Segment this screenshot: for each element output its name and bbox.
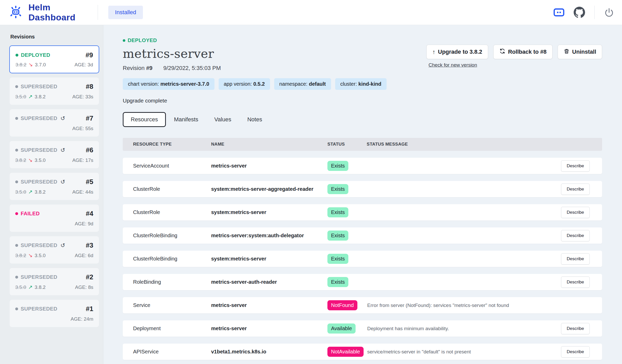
header-divider — [594, 6, 595, 19]
version-arrow-icon: ↗ — [28, 93, 33, 100]
revision-number: #4 — [86, 210, 93, 218]
revision-number: #5 — [86, 178, 93, 186]
old-version: 3.5.0 — [15, 284, 26, 290]
nav-tab-installed[interactable]: Installed — [108, 6, 143, 19]
uninstall-button[interactable]: Uninstall — [558, 45, 602, 59]
check-new-version-link[interactable]: Check for new version — [428, 62, 477, 68]
status-badge: Exists — [327, 161, 348, 171]
status-badge: Exists — [327, 277, 348, 287]
resource-type-cell: RoleBinding — [133, 279, 211, 285]
status-dot-icon — [15, 212, 18, 215]
revision-number: #7 — [86, 114, 93, 122]
tab[interactable]: Notes — [239, 112, 270, 127]
revision-card[interactable]: SUPERSEDED ↺ #3 3.8.2 ↘ 3.5.0 AGE: 6d — [9, 236, 99, 264]
revision-status: SUPERSEDED — [21, 147, 57, 153]
revision-number: #2 — [86, 273, 93, 281]
page-title: metrics-server — [123, 46, 221, 61]
release-date: 9/29/2022, 5:35:03 PM — [163, 65, 221, 72]
tab[interactable]: Resources — [123, 112, 166, 127]
revision-age: AGE: 9d — [75, 221, 93, 227]
old-version: 3.5.0 — [15, 94, 26, 100]
table-row: ClusterRoleBinding metrics-server:system… — [123, 227, 602, 244]
revision-card[interactable]: FAILED ↺ #4 AGE: 9d — [9, 204, 99, 232]
table-row: RoleBinding metrics-server-auth-reader E… — [123, 274, 602, 290]
old-version: 3.8.2 — [15, 157, 26, 163]
revision-card[interactable]: SUPERSEDED ↺ #2 3.5.0 ↗ 3.8.2 AGE: 8s — [9, 268, 99, 296]
table-row: ClusterRole system:metrics-server Exists… — [123, 204, 602, 220]
revision-age: AGE: 33s — [72, 94, 93, 100]
table-row: ClusterRoleBinding system:metrics-server… — [123, 251, 602, 267]
column-header-resource-type: RESOURCE TYPE — [133, 142, 211, 147]
revision-card[interactable]: SUPERSEDED ↺ #7 AGE: 55s — [9, 109, 99, 137]
status-dot-icon — [15, 85, 18, 88]
upgrade-button[interactable]: ↑ Upgrade to 3.8.2 — [426, 45, 488, 59]
chip-value: default — [309, 81, 326, 87]
revision-card[interactable]: DEPLOYED ↺ #9 3.8.2 ↘ 3.7.0 AGE: 3d — [9, 45, 99, 73]
resource-type-cell: APIService — [133, 349, 211, 355]
reload-icon: ↺ — [60, 179, 65, 185]
revision-status: FAILED — [21, 211, 40, 217]
resource-name-cell: metrics-server — [211, 163, 327, 169]
chip-label: chart version: — [128, 81, 159, 87]
table-row: Service metrics-server NotFound Error fr… — [123, 297, 602, 313]
column-header-status: STATUS — [327, 142, 367, 147]
power-icon[interactable] — [604, 7, 614, 18]
release-meta-chips: chart version: metrics-server-3.7.0 app … — [123, 78, 602, 90]
version-arrow-icon: ↗ — [28, 189, 33, 195]
revisions-heading: Revisions — [10, 34, 99, 40]
revision-card[interactable]: SUPERSEDED ↺ #8 3.5.0 ↗ 3.8.2 AGE: 33s — [9, 77, 99, 105]
old-version: 3.8.2 — [16, 62, 26, 68]
version-change: 3.5.0 ↗ 3.8.2 — [15, 93, 45, 100]
describe-button[interactable]: Describe — [561, 276, 590, 288]
revision-card[interactable]: SUPERSEDED ↺ #6 3.8.2 ↘ 3.5.0 AGE: 17s — [9, 141, 99, 169]
describe-button[interactable]: Describe — [561, 184, 590, 195]
table-row: APIService v1beta1.metrics.k8s.io NotAva… — [123, 344, 602, 360]
chip-label: cluster: — [340, 81, 357, 87]
describe-button[interactable]: Describe — [561, 253, 590, 265]
revision-age: AGE: 24m — [71, 316, 93, 322]
resource-type-cell: ClusterRole — [133, 186, 211, 192]
status-badge: Available — [327, 323, 356, 334]
tab[interactable]: Values — [206, 112, 239, 127]
release-status: DEPLOYED — [123, 37, 221, 43]
status-dot-icon — [15, 149, 18, 152]
resource-name-cell: metrics-server-auth-reader — [211, 279, 327, 285]
rollback-button[interactable]: Rollback to #8 — [493, 45, 552, 59]
describe-button[interactable]: Describe — [561, 346, 590, 358]
revision-status: SUPERSEDED — [21, 274, 57, 280]
describe-button[interactable]: Describe — [561, 323, 590, 334]
up-arrow-icon: ↑ — [432, 49, 435, 56]
release-status-note: Upgrade complete — [123, 98, 602, 104]
revision-number: #3 — [86, 241, 93, 249]
chip-value: kind-kind — [358, 81, 381, 87]
robot-face-icon[interactable] — [554, 8, 564, 17]
version-change: 3.5.0 ↗ 3.8.2 — [15, 284, 45, 290]
robot-logo-icon — [8, 4, 24, 21]
revision-number: #6 — [86, 146, 93, 154]
new-version: 3.7.0 — [35, 62, 46, 68]
describe-button[interactable]: Describe — [561, 160, 590, 172]
reload-icon: ↺ — [60, 242, 65, 249]
new-version: 3.8.2 — [35, 94, 45, 100]
status-dot-icon — [15, 307, 18, 310]
revision-number: #8 — [86, 83, 93, 91]
new-version: 3.5.0 — [35, 157, 45, 163]
tab[interactable]: Manifests — [166, 112, 206, 127]
revision-card[interactable]: SUPERSEDED ↺ #1 AGE: 24m — [9, 299, 99, 327]
describe-button[interactable]: Describe — [561, 207, 590, 218]
version-change: 3.8.2 ↘ 3.7.0 — [16, 61, 46, 68]
app-logo-home-link[interactable]: Helm Dashboard — [8, 2, 98, 22]
resource-type-cell: Service — [133, 302, 211, 308]
status-dot-icon — [15, 244, 18, 247]
revision-number: #9 — [86, 51, 93, 59]
release-tabs: ResourcesManifestsValuesNotes — [123, 112, 602, 127]
github-icon[interactable] — [574, 7, 585, 18]
revision-card[interactable]: SUPERSEDED ↺ #5 3.5.0 ↗ 3.8.2 AGE: 44s — [9, 172, 99, 200]
reload-icon: ↺ — [60, 147, 65, 154]
describe-button[interactable]: Describe — [561, 230, 590, 241]
status-message-cell: Error from server (NotFound): services "… — [367, 303, 559, 308]
resource-name-cell: system:metrics-server-aggregated-reader — [211, 186, 327, 192]
resources-table: RESOURCE TYPE NAME STATUS STATUS MESSAGE… — [123, 138, 602, 360]
version-arrow-icon: ↘ — [28, 252, 33, 258]
table-header-row: RESOURCE TYPE NAME STATUS STATUS MESSAGE — [123, 138, 602, 151]
